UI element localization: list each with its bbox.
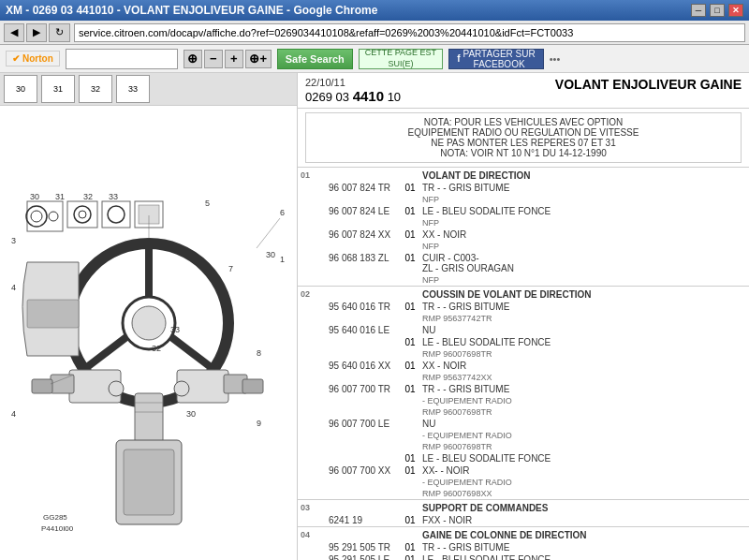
ref-number-label: 0269 03 4410 10 — [305, 88, 401, 104]
facebook-icon: f — [457, 53, 460, 64]
address-input[interactable] — [74, 23, 745, 42]
section-01-ref — [326, 168, 401, 183]
norton-label: Norton — [22, 53, 53, 64]
section-04-header: 04 GAINE DE COLONNE DE DIRECTION — [298, 527, 749, 542]
section-04-title: GAINE DE COLONNE DE DIRECTION — [419, 527, 749, 542]
zoom-cursor-button[interactable]: ⊕ — [184, 50, 202, 68]
svg-point-38 — [174, 381, 189, 396]
section-03-title: SUPPORT DE COMMANDES — [419, 500, 749, 515]
zoom-bar: ⊕ − + ⊕+ — [184, 50, 272, 68]
svg-rect-34 — [242, 379, 263, 393]
parts-diagram: 30 31 32 33 3 4 4 2 6 1 8 9 30 30 31 32 … — [4, 117, 294, 548]
section-01-title: VOLANT DE DIRECTION — [419, 168, 749, 183]
nota-line-4: NOTA: VOIR NT 10 N°1 DU 14-12-1990 — [310, 148, 737, 158]
facebook-label: PARTAGER SURFACEBOOK — [463, 49, 535, 69]
zoom-plus-button[interactable]: + — [225, 50, 243, 68]
diagram-header: 30 31 32 33 — [0, 73, 297, 106]
table-row: 95 291 505 LE 01 LE - BLEU SODALITE FONC… — [298, 553, 749, 560]
svg-text:3: 3 — [11, 236, 16, 245]
table-row-nfp: NFP — [298, 194, 749, 205]
toolbar-dots: ••• — [550, 53, 561, 65]
svg-text:30: 30 — [186, 409, 196, 419]
diagram-panel: 30 31 32 33 30 31 32 33 3 4 4 2 — [0, 73, 298, 560]
svg-text:31: 31 — [55, 192, 65, 201]
table-row: 95 640 016 TR 01 TR - - GRIS BITUME — [298, 301, 749, 313]
section-04-num: 04 — [298, 527, 326, 542]
svg-rect-39 — [27, 300, 79, 328]
search-input[interactable] — [66, 49, 178, 69]
table-row-nfp: RMP 96007698TR — [298, 441, 749, 452]
table-row: 96 068 183 ZL 01 CUIR - C003-ZL - GRIS O… — [298, 252, 749, 274]
svg-rect-36 — [124, 449, 174, 515]
section-02-title: COUSSIN DE VOLANT DE DIRECTION — [419, 287, 749, 302]
thumb-31[interactable]: 31 — [41, 75, 75, 103]
title-bar: XM - 0269 03 441010 - VOLANT ENJOLIVEUR … — [0, 0, 749, 21]
safe-search-button[interactable]: Safe Search — [277, 49, 353, 69]
section-02-header: 02 COUSSIN DE VOLANT DE DIRECTION — [298, 287, 749, 302]
section-02-num: 02 — [298, 287, 326, 302]
norton-check-icon: ✔ — [12, 53, 20, 64]
part-title: VOLANT ENJOLIVEUR GAINE — [555, 77, 742, 92]
table-row-nfp: RMP 95637742TR — [298, 313, 749, 324]
thumb-30[interactable]: 30 — [4, 75, 37, 103]
maximize-button[interactable]: □ — [710, 4, 725, 17]
facebook-share-button[interactable]: f PARTAGER SURFACEBOOK — [448, 49, 544, 69]
nota-line-2: EQUIPEMENT RADIO OU REGULATION DE VITESS… — [310, 127, 737, 138]
svg-point-37 — [109, 381, 124, 396]
page-est-suivie-label: CETTE PAGE ESTSUI(E) — [365, 48, 436, 69]
forward-button[interactable]: ▶ — [26, 23, 47, 42]
table-row-nfp: - EQUIPEMENT RADIO — [298, 430, 749, 441]
svg-text:30: 30 — [266, 250, 275, 259]
thumb-33[interactable]: 33 — [116, 75, 150, 103]
svg-point-22 — [132, 306, 166, 340]
zoom-minus-button[interactable]: − — [204, 50, 223, 68]
svg-text:GG285: GG285 — [43, 513, 67, 522]
close-button[interactable]: ✕ — [728, 4, 743, 17]
svg-text:4: 4 — [11, 409, 16, 419]
table-row-nfp: - EQUIPEMENT RADIO — [298, 477, 749, 488]
section-01-qty — [401, 168, 419, 183]
table-row: 95 640 016 LE NU — [298, 324, 749, 336]
thumb-32[interactable]: 32 — [79, 75, 112, 103]
parts-table: 01 VOLANT DE DIRECTION 96 007 824 TR 01 … — [298, 167, 749, 560]
table-row-nfp: RMP 95637742XX — [298, 372, 749, 383]
table-row: 6241 19 01 FXX - NOIR — [298, 514, 749, 527]
table-row-nfp: RMP 96007698XX — [298, 488, 749, 500]
svg-text:8: 8 — [257, 348, 261, 358]
diagram-image: 30 31 32 33 3 4 4 2 6 1 8 9 30 30 31 32 … — [0, 106, 297, 559]
table-row: 01 LE - BLEU SODALITE FONCE — [298, 336, 749, 348]
svg-text:33: 33 — [109, 192, 118, 201]
norton-logo: ✔ Norton — [6, 51, 60, 66]
section-03-header: 03 SUPPORT DE COMMANDES — [298, 500, 749, 515]
table-row-nfp: NFP — [298, 241, 749, 252]
svg-text:32: 32 — [83, 192, 93, 201]
svg-text:5: 5 — [205, 199, 210, 208]
parts-panel[interactable]: 22/10/11 0269 03 4410 10 VOLANT ENJOLIVE… — [298, 73, 749, 560]
date-label: 22/10/11 — [305, 77, 401, 88]
table-row-nfp: RMP 96007698TR — [298, 348, 749, 360]
svg-text:9: 9 — [257, 419, 261, 428]
section-01-header: 01 VOLANT DE DIRECTION — [298, 168, 749, 183]
window-title: XM - 0269 03 441010 - VOLANT ENJOLIVEUR … — [6, 4, 377, 17]
refresh-button[interactable]: ↻ — [49, 23, 70, 42]
nota-box: NOTA: POUR LES VEHICULES AVEC OPTION EQU… — [305, 112, 742, 163]
svg-text:6: 6 — [280, 208, 285, 217]
svg-text:P4410I00: P4410I00 — [41, 524, 74, 533]
zoom-extra-button[interactable]: ⊕+ — [245, 50, 272, 68]
toolbar: ✔ Norton ⊕ − + ⊕+ Safe Search CETTE PAGE… — [0, 45, 749, 73]
svg-text:30: 30 — [30, 192, 39, 201]
table-row: 01 LE - BLEU SODALITE FONCE — [298, 452, 749, 464]
table-row-nfp: RMP 96007698TR — [298, 406, 749, 418]
window-controls: ─ □ ✕ — [691, 4, 743, 17]
back-button[interactable]: ◀ — [4, 23, 24, 42]
svg-text:4: 4 — [11, 283, 16, 292]
nota-line-3: NE PAS MONTER LES REPERES 07 ET 31 — [310, 138, 737, 148]
table-row: 95 640 016 XX 01 XX - NOIR — [298, 360, 749, 372]
parts-header: 22/10/11 0269 03 4410 10 VOLANT ENJOLIVE… — [298, 73, 749, 109]
svg-rect-44 — [67, 201, 97, 228]
table-row: 96 007 700 TR 01 TR - - GRIS BITUME — [298, 383, 749, 395]
nav-buttons: ◀ ▶ ↻ — [4, 23, 70, 42]
minimize-button[interactable]: ─ — [691, 4, 706, 17]
table-row: 96 007 700 LE NU — [298, 418, 749, 430]
svg-rect-30 — [51, 375, 74, 393]
